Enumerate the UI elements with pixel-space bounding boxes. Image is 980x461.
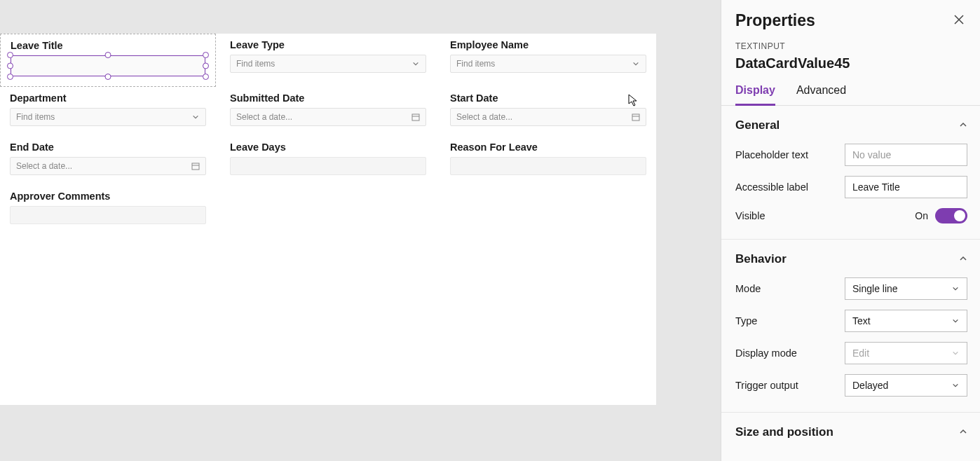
chevron-down-icon bbox=[191, 113, 200, 121]
dropdown-value: Edit bbox=[852, 348, 869, 359]
dropdown-type[interactable]: Text bbox=[845, 310, 967, 332]
date-placeholder: Select a date... bbox=[236, 112, 292, 122]
properties-tabs: Display Advanced bbox=[721, 81, 980, 106]
chevron-down-icon bbox=[411, 60, 420, 68]
control-type-label: TEXTINPUT bbox=[721, 36, 980, 51]
input-accessible-label[interactable] bbox=[845, 176, 967, 198]
chevron-down-icon bbox=[632, 60, 640, 68]
resize-handle[interactable] bbox=[7, 74, 13, 80]
dropdown-mode[interactable]: Single line bbox=[845, 277, 967, 300]
field-label: Submitted Date bbox=[230, 92, 426, 104]
prop-label-trigger-output: Trigger output bbox=[735, 380, 838, 391]
date-end[interactable]: Select a date... bbox=[10, 157, 206, 175]
selected-text-input[interactable] bbox=[11, 55, 205, 76]
calendar-icon bbox=[632, 113, 640, 121]
section-title: Behavior bbox=[735, 252, 787, 266]
svg-rect-2 bbox=[632, 114, 639, 121]
tab-advanced[interactable]: Advanced bbox=[796, 81, 846, 105]
chevron-down-icon bbox=[951, 317, 960, 325]
card-approver-comments[interactable]: Approver Comments bbox=[0, 185, 216, 234]
field-label: Leave Days bbox=[230, 142, 426, 153]
field-label: End Date bbox=[10, 142, 206, 153]
prop-label-mode: Mode bbox=[735, 283, 838, 294]
dropdown-display-mode[interactable]: Edit bbox=[845, 342, 967, 364]
section-title: Size and position bbox=[735, 425, 833, 439]
card-employee-name[interactable]: Employee Name Find items bbox=[440, 34, 656, 87]
close-icon[interactable] bbox=[951, 10, 967, 32]
control-name-label: DataCardValue45 bbox=[721, 51, 980, 81]
combo-leave-type[interactable]: Find items bbox=[230, 55, 426, 73]
card-start-date[interactable]: Start Date Select a date... bbox=[440, 87, 656, 136]
tab-display[interactable]: Display bbox=[735, 81, 775, 106]
resize-handle[interactable] bbox=[203, 74, 209, 80]
field-label: Department bbox=[10, 92, 206, 104]
resize-handle[interactable] bbox=[105, 74, 111, 80]
combo-placeholder: Find items bbox=[456, 59, 495, 69]
chevron-down-icon bbox=[951, 349, 960, 357]
prop-label-type: Type bbox=[735, 315, 838, 326]
calendar-icon bbox=[411, 113, 420, 121]
date-placeholder: Select a date... bbox=[16, 161, 72, 171]
input-leave-days[interactable] bbox=[230, 157, 426, 175]
card-reason-for-leave[interactable]: Reason For Leave bbox=[440, 136, 656, 185]
card-department[interactable]: Department Find items bbox=[0, 87, 216, 136]
toggle-knob bbox=[954, 210, 965, 221]
section-behavior: Behavior Mode Single line Type Text bbox=[721, 240, 980, 413]
svg-rect-4 bbox=[192, 163, 199, 170]
resize-handle[interactable] bbox=[105, 52, 111, 58]
section-header-general[interactable]: General bbox=[721, 106, 980, 138]
chevron-up-icon bbox=[959, 253, 967, 266]
prop-label-display-mode: Display mode bbox=[735, 348, 838, 359]
chevron-up-icon bbox=[959, 426, 967, 439]
toggle-visible[interactable] bbox=[935, 208, 967, 223]
combo-placeholder: Find items bbox=[236, 59, 275, 69]
svg-rect-0 bbox=[412, 114, 419, 121]
prop-label-placeholder-text: Placeholder text bbox=[735, 149, 838, 160]
section-header-size-position[interactable]: Size and position bbox=[721, 413, 980, 445]
combo-placeholder: Find items bbox=[16, 112, 55, 122]
form-canvas[interactable]: Leave Title Leave Type Find items bbox=[0, 34, 656, 405]
calendar-icon bbox=[191, 162, 200, 170]
placeholder-text-field[interactable] bbox=[852, 149, 960, 160]
card-end-date[interactable]: End Date Select a date... bbox=[0, 136, 216, 185]
field-label: Reason For Leave bbox=[450, 142, 646, 153]
chevron-up-icon bbox=[959, 119, 967, 132]
chevron-down-icon bbox=[951, 381, 960, 390]
combo-department[interactable]: Find items bbox=[10, 108, 206, 126]
input-approver-comments[interactable] bbox=[10, 206, 206, 224]
date-start[interactable]: Select a date... bbox=[450, 108, 646, 126]
field-label: Employee Name bbox=[450, 39, 646, 50]
resize-handle[interactable] bbox=[203, 63, 209, 69]
toggle-state-label: On bbox=[915, 210, 928, 221]
accessible-label-field[interactable] bbox=[852, 181, 960, 193]
section-title: General bbox=[735, 118, 780, 132]
section-size-position: Size and position bbox=[721, 413, 980, 456]
panel-title: Properties bbox=[735, 11, 815, 30]
field-label: Start Date bbox=[450, 92, 646, 104]
dropdown-value: Delayed bbox=[852, 380, 888, 391]
field-label: Leave Type bbox=[230, 39, 426, 50]
field-label: Approver Comments bbox=[10, 191, 206, 202]
card-leave-type[interactable]: Leave Type Find items bbox=[220, 34, 436, 87]
card-submitted-date[interactable]: Submitted Date Select a date... bbox=[220, 87, 436, 136]
card-leave-title[interactable]: Leave Title bbox=[0, 34, 216, 87]
input-reason[interactable] bbox=[450, 157, 646, 175]
dropdown-trigger-output[interactable]: Delayed bbox=[845, 374, 967, 397]
date-placeholder: Select a date... bbox=[456, 112, 512, 122]
section-header-behavior[interactable]: Behavior bbox=[721, 240, 980, 272]
resize-handle[interactable] bbox=[7, 63, 13, 69]
date-submitted[interactable]: Select a date... bbox=[230, 108, 426, 126]
field-label: Leave Title bbox=[11, 40, 205, 51]
combo-employee-name[interactable]: Find items bbox=[450, 55, 646, 73]
resize-handle[interactable] bbox=[7, 52, 13, 58]
dropdown-value: Text bbox=[852, 315, 871, 326]
prop-label-accessible-label: Accessible label bbox=[735, 181, 838, 193]
chevron-down-icon bbox=[951, 284, 960, 293]
section-general: General Placeholder text Accessible labe… bbox=[721, 106, 980, 240]
card-leave-days[interactable]: Leave Days bbox=[220, 136, 436, 185]
dropdown-value: Single line bbox=[852, 283, 898, 294]
input-placeholder-text[interactable] bbox=[845, 144, 967, 166]
resize-handle[interactable] bbox=[203, 52, 209, 58]
properties-panel: Properties TEXTINPUT DataCardValue45 Dis… bbox=[721, 0, 980, 461]
prop-label-visible: Visible bbox=[735, 210, 908, 221]
